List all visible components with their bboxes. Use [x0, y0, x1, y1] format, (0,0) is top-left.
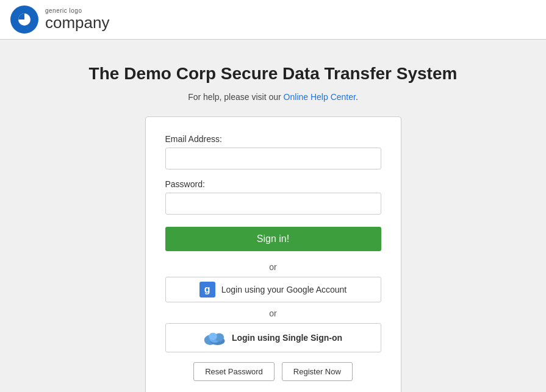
email-label: Email Address: [165, 134, 381, 144]
register-now-button[interactable]: Register Now [282, 362, 353, 381]
logo-text-container: generic logo company [45, 7, 110, 32]
sso-login-label: Login using Single Sign-on [232, 333, 342, 343]
login-card: Email Address: Password: Sign in! or g L… [145, 116, 401, 392]
sign-in-button[interactable]: Sign in! [165, 227, 381, 251]
logo-container: generic logo company [10, 5, 110, 34]
navbar: generic logo company [0, 0, 546, 40]
google-login-label: Login using your Google Account [221, 285, 347, 294]
password-label: Password: [165, 179, 381, 189]
logo-name: company [45, 14, 110, 32]
svg-point-6 [209, 333, 217, 340]
google-icon: g [199, 282, 215, 298]
logo-icon [10, 5, 39, 34]
password-input[interactable] [165, 193, 381, 215]
bottom-buttons: Reset Password Register Now [165, 362, 381, 381]
main-content: The Demo Corp Secure Data Transfer Syste… [0, 40, 546, 392]
or-divider-2: or [165, 308, 381, 318]
sso-cloud-icon [204, 330, 226, 346]
email-input[interactable] [165, 148, 381, 169]
password-form-group: Password: [165, 179, 381, 215]
help-text: For help, please visit our Online Help C… [188, 92, 358, 102]
google-login-button[interactable]: g Login using your Google Account [165, 277, 381, 302]
sso-login-button[interactable]: Login using Single Sign-on [165, 323, 381, 352]
reset-password-button[interactable]: Reset Password [193, 362, 275, 381]
page-title: The Demo Corp Secure Data Transfer Syste… [89, 64, 458, 84]
or-divider-1: or [165, 262, 381, 272]
help-text-prefix: For help, please visit our [188, 92, 281, 102]
email-form-group: Email Address: [165, 134, 381, 169]
help-center-link[interactable]: Online Help Center [284, 92, 356, 102]
